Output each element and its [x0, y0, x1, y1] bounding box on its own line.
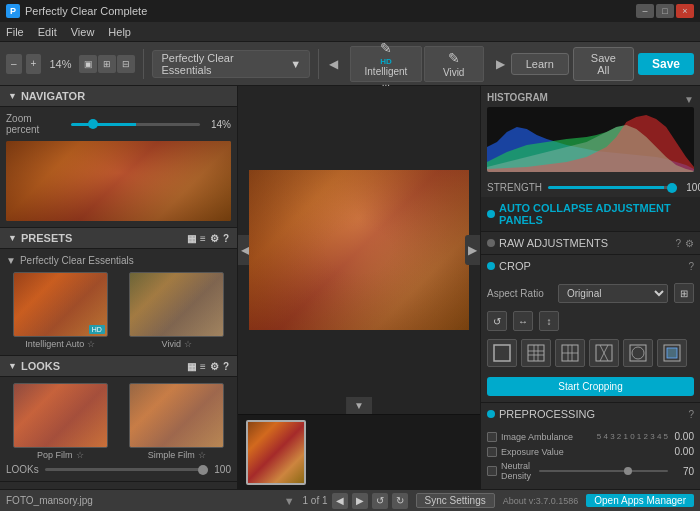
- crop-aspect-select[interactable]: Original: [558, 284, 668, 303]
- navigator-section: ▼ NAVIGATOR Zoom percent 14%: [0, 86, 237, 228]
- maximize-button[interactable]: □: [656, 4, 674, 18]
- tab-next-button[interactable]: ▶: [494, 57, 507, 71]
- looks-star-pop[interactable]: ☆: [76, 450, 84, 460]
- looks-body: Pop Film ☆ Simple Film ☆ LOOKs: [0, 377, 237, 481]
- zoom-slider[interactable]: [71, 123, 200, 126]
- rotate-left-button[interactable]: ↺: [372, 493, 388, 509]
- presets-icons: ▦ ≡ ⚙ ?: [187, 233, 229, 244]
- crop-header[interactable]: CROP ?: [481, 255, 700, 277]
- learn-button[interactable]: Learn: [511, 53, 569, 75]
- bottom-bar: FOTO_mansory.jpg ▼ 1 of 1 ◀ ▶ ↺ ↻ Sync S…: [0, 489, 700, 511]
- looks-item-simple[interactable]: Simple Film ☆: [123, 383, 232, 460]
- preproc-check-neutral[interactable]: [487, 466, 497, 476]
- looks-icons: ▦ ≡ ⚙ ?: [187, 361, 229, 372]
- menu-help[interactable]: Help: [108, 26, 131, 38]
- presets-header[interactable]: ▼ PRESETS ▦ ≡ ⚙ ?: [0, 228, 237, 249]
- prev-image-button[interactable]: ◀: [332, 493, 348, 509]
- toolbar-minus-button[interactable]: –: [6, 54, 22, 74]
- histogram-svg: [487, 107, 694, 172]
- preset-star-intelligent[interactable]: ☆: [87, 339, 95, 349]
- crop-grid-btn-2[interactable]: [521, 339, 551, 367]
- svg-rect-1: [528, 345, 544, 361]
- crop-icon-btn-1[interactable]: ⊞: [674, 283, 694, 303]
- preproc-numbers-ambulance: 5 4 3 2 1 0 1 2 3 4 5: [597, 432, 668, 441]
- view-single-button[interactable]: ▣: [79, 55, 97, 73]
- svg-rect-0: [494, 345, 510, 361]
- presets-list-icon[interactable]: ≡: [200, 233, 206, 244]
- preset-star-vivid[interactable]: ☆: [184, 339, 192, 349]
- preset-item-intelligent[interactable]: HD Intelligent Auto ☆: [6, 272, 115, 349]
- main-content: ▼ NAVIGATOR Zoom percent 14% ▼: [0, 86, 700, 489]
- crop-flip-h-button[interactable]: ↔: [513, 311, 533, 331]
- film-thumb-1[interactable]: [246, 420, 306, 485]
- looks-grid-icon[interactable]: ▦: [187, 361, 196, 372]
- crop-grid-btn-4[interactable]: [589, 339, 619, 367]
- looks-item-pop[interactable]: Pop Film ☆: [6, 383, 115, 460]
- tab-intelligent[interactable]: ✎ HD Intelligent ...: [350, 46, 421, 82]
- presets-grid-icon[interactable]: ▦: [187, 233, 196, 244]
- presets-help-icon[interactable]: ?: [223, 233, 229, 244]
- preset-item-vivid[interactable]: Vivid ☆: [123, 272, 232, 349]
- tab-prev-button[interactable]: ◀: [327, 57, 340, 71]
- preproc-slider-neutral[interactable]: [539, 470, 668, 472]
- crop-grid-btn-1[interactable]: [487, 339, 517, 367]
- looks-star-simple[interactable]: ☆: [198, 450, 206, 460]
- app-icon: P: [6, 4, 20, 18]
- preproc-slider-row-neutral: Neutral Density 70: [487, 461, 694, 481]
- expand-bottom-button[interactable]: ▼: [346, 397, 372, 414]
- sync-settings-button[interactable]: Sync Settings: [416, 493, 495, 508]
- view-compare-button[interactable]: ⊟: [117, 55, 135, 73]
- preset-group-header[interactable]: ▼ Perfectly Clear Essentials: [6, 255, 231, 266]
- start-cropping-button[interactable]: Start Cropping: [487, 377, 694, 396]
- raw-gear-icon[interactable]: ⚙: [685, 238, 694, 249]
- crop-grid-btn-6[interactable]: [657, 339, 687, 367]
- svg-rect-16: [667, 348, 677, 358]
- crop-rotate-ccw-button[interactable]: ↺: [487, 311, 507, 331]
- raw-label: RAW ADJUSTMENTS: [499, 237, 671, 249]
- menu-edit[interactable]: Edit: [38, 26, 57, 38]
- preprocessing-help-icon[interactable]: ?: [688, 409, 694, 420]
- rotate-right-button[interactable]: ↻: [392, 493, 408, 509]
- expand-right-button[interactable]: ▶: [465, 235, 480, 265]
- crop-grid-btn-5[interactable]: [623, 339, 653, 367]
- presets-section: ▼ PRESETS ▦ ≡ ⚙ ? ▼ Perfectly Clear Esse…: [0, 228, 237, 356]
- tab-vivid[interactable]: ✎ Vivid: [424, 46, 484, 82]
- toolbar-plus-button[interactable]: +: [26, 54, 42, 74]
- preproc-val-ambulance: 0.00: [672, 431, 694, 442]
- auto-collapse-section[interactable]: AUTO COLLAPSE ADJUSTMENT PANELS: [481, 197, 700, 232]
- looks-settings-icon[interactable]: ⚙: [210, 361, 219, 372]
- histogram-title: HISTOGRAM: [487, 92, 548, 103]
- looks-intensity-slider[interactable]: [45, 468, 209, 471]
- histogram-collapse-icon[interactable]: ▼: [684, 94, 694, 105]
- preset-thumbnails: HD Intelligent Auto ☆ Vivid ☆: [6, 272, 231, 349]
- looks-list-icon[interactable]: ≡: [200, 361, 206, 372]
- preproc-check-ambulance[interactable]: [487, 432, 497, 442]
- presets-arrow: ▼: [8, 233, 17, 243]
- menu-view[interactable]: View: [71, 26, 95, 38]
- view-split-button[interactable]: ⊞: [98, 55, 116, 73]
- crop-flip-v-button[interactable]: ↕: [539, 311, 559, 331]
- open-apps-button[interactable]: Open Apps Manager: [586, 494, 694, 507]
- crop-help-icon[interactable]: ?: [688, 261, 694, 272]
- navigator-header[interactable]: ▼ NAVIGATOR: [0, 86, 237, 107]
- looks-help-icon[interactable]: ?: [223, 361, 229, 372]
- looks-header[interactable]: ▼ LOOKS ▦ ≡ ⚙ ?: [0, 356, 237, 377]
- title-bar: P Perfectly Clear Complete – □ ×: [0, 0, 700, 22]
- preprocessing-header[interactable]: PREPROCESSING ?: [481, 403, 700, 425]
- strength-slider[interactable]: [548, 186, 677, 189]
- bottom-dropdown-icon[interactable]: ▼: [284, 495, 295, 507]
- raw-adjustments-header[interactable]: RAW ADJUSTMENTS ? ⚙: [481, 232, 700, 254]
- crop-grid-btn-3[interactable]: [555, 339, 585, 367]
- preprocessing-dot: [487, 410, 495, 418]
- raw-help-icon[interactable]: ?: [675, 238, 681, 249]
- next-image-button[interactable]: ▶: [352, 493, 368, 509]
- save-button[interactable]: Save: [638, 53, 694, 75]
- save-all-button[interactable]: Save All: [573, 47, 634, 81]
- close-button[interactable]: ×: [676, 4, 694, 18]
- preset-selector[interactable]: Perfectly Clear Essentials ▼: [152, 50, 310, 78]
- histogram-canvas: [487, 107, 694, 172]
- menu-file[interactable]: File: [6, 26, 24, 38]
- presets-settings-icon[interactable]: ⚙: [210, 233, 219, 244]
- minimize-button[interactable]: –: [636, 4, 654, 18]
- preproc-check-exposure[interactable]: [487, 447, 497, 457]
